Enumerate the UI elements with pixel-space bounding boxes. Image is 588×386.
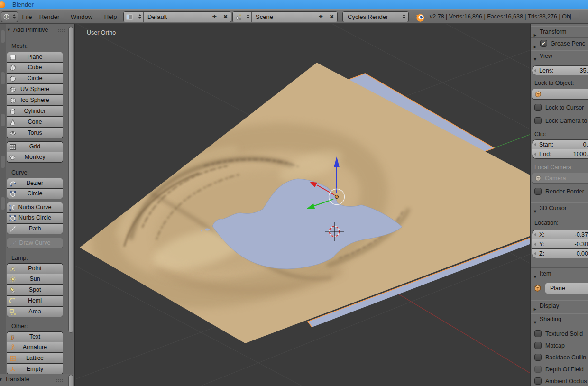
scene-icon-button[interactable] xyxy=(233,12,252,22)
cursor-z-slider[interactable]: Z: 0.00 xyxy=(532,248,588,258)
editor-type-spinner[interactable] xyxy=(13,14,16,19)
backface-culling-checkbox[interactable]: ✔ xyxy=(534,354,542,361)
add-hemi-lamp-button[interactable]: Hemi xyxy=(7,295,63,306)
screen-layout-name[interactable]: Default xyxy=(144,12,209,22)
screen-layout-icon xyxy=(126,13,133,21)
panel-title: 3D Cursor xyxy=(540,205,567,211)
add-bezier-button[interactable]: Bezier xyxy=(7,178,63,189)
tool-shelf-tab-strip[interactable] xyxy=(0,24,6,386)
add-armature-button[interactable]: Armature xyxy=(7,342,63,353)
add-nurbs-circle-button[interactable]: Nurbs Circle xyxy=(7,212,63,223)
menu-help[interactable]: Help xyxy=(101,10,119,24)
add-point-lamp-button[interactable]: Point xyxy=(7,263,63,274)
collapse-triangle-icon: ▼ xyxy=(533,54,537,65)
button-label: Area xyxy=(28,308,41,315)
add-monkey-button[interactable]: Monkey xyxy=(7,152,63,163)
scene-name[interactable]: Scene xyxy=(252,12,315,22)
add-nurbs-curve-button[interactable]: Nurbs Curve xyxy=(7,202,63,213)
display-panel-header[interactable]: ►Display xyxy=(531,300,588,311)
add-sun-lamp-button[interactable]: Sun xyxy=(7,274,63,285)
panel-drag-grip-icon[interactable] xyxy=(56,379,64,382)
slider-decrease-arrow[interactable] xyxy=(534,143,536,147)
slider-label: End: xyxy=(539,151,551,157)
lock-object-field[interactable] xyxy=(532,89,588,100)
screen-layout-spinner[interactable] xyxy=(138,14,141,19)
menu-window[interactable]: Window xyxy=(68,10,95,24)
add-path-button[interactable]: Path xyxy=(7,223,63,234)
clip-end-slider[interactable]: End: 1000. xyxy=(532,149,588,159)
add-lattice-button[interactable]: Lattice xyxy=(7,353,63,364)
scene-selector: Scene ✚ ✖ xyxy=(232,11,338,22)
ambient-occlusion-checkbox[interactable]: ✔ xyxy=(534,377,542,385)
local-camera-field[interactable]: Camera xyxy=(532,173,588,184)
lens-slider[interactable]: Lens: 35. xyxy=(532,65,588,75)
shading-panel-header[interactable]: ▼Shading xyxy=(531,313,588,324)
cursor-x-slider[interactable]: X: -0.37 xyxy=(532,230,588,239)
transform-panel-header[interactable]: ►Transform xyxy=(531,26,588,37)
blender-window: { "titlebar": { "title": "Blender" }, "m… xyxy=(0,0,588,386)
area-lamp-icon xyxy=(9,308,17,316)
titlebar[interactable]: Blender xyxy=(0,0,588,9)
lamp-section-label: Lamp: xyxy=(11,255,28,262)
slider-decrease-arrow[interactable] xyxy=(534,233,536,237)
slider-decrease-arrow[interactable] xyxy=(534,152,536,156)
button-label: Path xyxy=(29,225,41,232)
add-circle-button[interactable]: Circle xyxy=(7,73,63,84)
add-plane-button[interactable]: Plane xyxy=(7,52,63,63)
add-scene-button[interactable]: ✚ xyxy=(315,12,326,22)
item-name-field[interactable]: Plane xyxy=(545,283,588,294)
textured-solid-checkbox[interactable]: ✔ xyxy=(534,330,542,337)
scene-spinner[interactable] xyxy=(247,14,249,19)
slider-decrease-arrow[interactable] xyxy=(534,242,536,246)
matcap-checkbox[interactable]: ✔ xyxy=(534,342,542,349)
slider-decrease-arrow[interactable] xyxy=(534,69,536,73)
cursor-y-slider[interactable]: Y: -0.30 xyxy=(532,239,588,249)
nurbs-circle-icon xyxy=(9,214,17,222)
add-cone-button[interactable]: Cone xyxy=(7,117,63,128)
add-layout-button[interactable]: ✚ xyxy=(209,12,220,22)
grease-pencil-panel-header[interactable]: ► ✔ Grease Penc xyxy=(531,37,588,49)
slider-decrease-arrow[interactable] xyxy=(534,252,536,256)
local-camera-label: Local Camera: xyxy=(534,164,573,172)
lock-to-cursor-checkbox[interactable]: ✔ xyxy=(534,104,542,111)
menu-render[interactable]: Render xyxy=(37,10,62,24)
tool-shelf-scrollbar[interactable] xyxy=(68,27,74,333)
add-spot-lamp-button[interactable]: Spot xyxy=(7,285,63,295)
lock-camera-checkbox[interactable]: ✔ xyxy=(534,117,542,124)
3d-viewport[interactable]: User Ortho xyxy=(75,24,530,386)
view-panel-header[interactable]: ▼View xyxy=(531,50,588,61)
close-layout-button[interactable]: ✖ xyxy=(220,12,231,22)
translate-panel-header[interactable]: ▼ Translate xyxy=(0,374,75,386)
item-panel-header[interactable]: ▼Item xyxy=(531,267,588,279)
3d-cursor-panel-header[interactable]: ▼3D Cursor xyxy=(531,202,588,213)
render-engine-dropdown[interactable]: Cycles Render xyxy=(342,11,409,22)
button-label: Empty xyxy=(27,366,43,372)
add-grid-button[interactable]: Grid xyxy=(7,141,63,152)
panel-drag-grip-icon[interactable] xyxy=(58,29,66,32)
editor-type-button[interactable]: i xyxy=(1,11,18,22)
grease-pencil-checkbox[interactable]: ✔ xyxy=(540,40,547,47)
button-label: Cylinder xyxy=(24,108,46,114)
add-uv-sphere-button[interactable]: UV Sphere xyxy=(7,84,63,95)
translate-panel-scrollbar[interactable] xyxy=(68,375,74,386)
scene-statistics: v2.78 | Verts:16,896 | Faces:16,638 | Tr… xyxy=(430,10,571,24)
nurbs-curve-icon xyxy=(9,204,17,211)
svg-text:F: F xyxy=(11,334,14,341)
slider-value: 1000. xyxy=(551,151,588,157)
render-border-checkbox[interactable]: ✔ xyxy=(534,188,542,195)
add-curve-circle-button[interactable]: Circle xyxy=(7,188,63,199)
button-label: Torus xyxy=(28,129,42,136)
close-scene-button[interactable]: ✖ xyxy=(326,12,337,22)
add-text-button[interactable]: FText xyxy=(7,331,63,342)
add-cube-button[interactable]: Cube xyxy=(7,62,63,73)
clip-start-slider[interactable]: Start: 0. xyxy=(532,139,588,149)
render-engine-value: Cycles Render xyxy=(348,13,388,20)
add-cylinder-button[interactable]: Cylinder xyxy=(7,106,63,117)
clip-label: Clip: xyxy=(534,131,546,138)
add-area-lamp-button[interactable]: Area xyxy=(7,306,63,317)
add-torus-button[interactable]: Torus xyxy=(7,128,63,138)
add-empty-button[interactable]: Empty xyxy=(7,364,63,375)
add-ico-sphere-button[interactable]: Ico Sphere xyxy=(7,95,63,106)
menu-file[interactable]: File xyxy=(20,10,34,24)
screen-layout-icon-button[interactable] xyxy=(124,12,144,22)
